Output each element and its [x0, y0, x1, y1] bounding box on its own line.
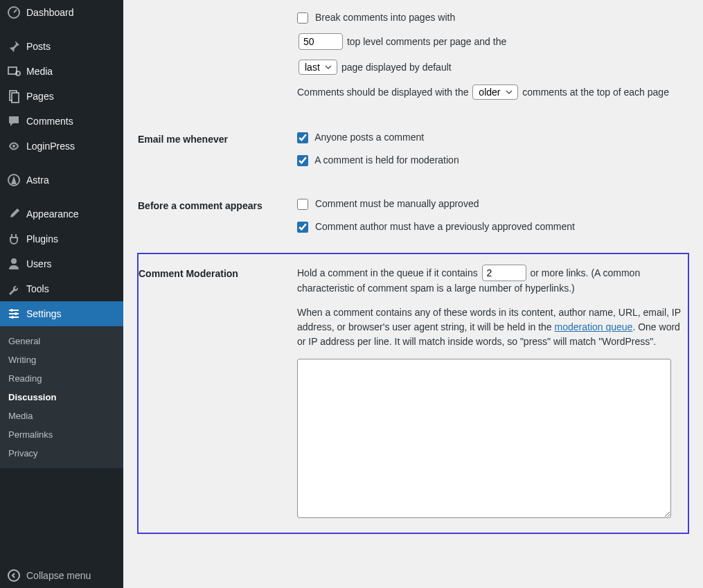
svg-point-2 — [16, 71, 20, 75]
sidebar-item-pages[interactable]: Pages — [0, 84, 123, 109]
settings-submenu: General Writing Reading Discussion Media… — [0, 326, 123, 468]
comments-icon — [7, 114, 21, 128]
pages-icon — [7, 89, 21, 103]
svg-rect-4 — [12, 93, 19, 103]
max-links-input[interactable] — [482, 265, 526, 281]
break-comments-checkbox[interactable] — [297, 12, 308, 24]
moderation-keys-textarea[interactable] — [297, 359, 671, 518]
sidebar-item-label: Comments — [26, 116, 73, 127]
sidebar-item-users[interactable]: Users — [0, 251, 123, 276]
sidebar-item-astra[interactable]: Astra — [0, 168, 123, 193]
svg-point-10 — [11, 316, 14, 319]
other-comment-settings-group: Break comments into pages with top level… — [290, 0, 688, 120]
sidebar-item-plugins[interactable]: Plugins — [0, 226, 123, 251]
email-anyone-posts-checkbox[interactable] — [297, 132, 308, 143]
sidebar-item-label: Pages — [26, 91, 54, 102]
admin-sidebar: Dashboard Posts Media Pages Comments Log… — [0, 0, 123, 588]
wrench-icon — [7, 282, 21, 296]
submenu-permalinks[interactable]: Permalinks — [0, 425, 123, 444]
default-page-select[interactable]: last — [299, 60, 337, 75]
default-page-suffix: page displayed by default — [341, 62, 452, 73]
sidebar-item-label: Media — [26, 66, 53, 77]
manually-approved-row: Comment must be manually approved — [297, 197, 682, 211]
media-icon — [7, 64, 21, 78]
sidebar-item-settings[interactable]: Settings — [0, 301, 123, 326]
moderation-links-row: Hold a comment in the queue if it contai… — [297, 265, 681, 296]
sidebar-item-tools[interactable]: Tools — [0, 276, 123, 301]
sidebar-item-label: Settings — [26, 308, 62, 319]
submenu-media[interactable]: Media — [0, 407, 123, 425]
break-comments-label: Break comments into pages with — [315, 12, 455, 23]
previously-approved-checkbox[interactable] — [297, 222, 308, 233]
dashboard-icon — [7, 6, 21, 19]
email-held-moderation-label: A comment is held for moderation — [314, 154, 459, 166]
manually-approved-label: Comment must be manually approved — [315, 198, 479, 209]
break-comments-row: Break comments into pages with — [297, 10, 682, 25]
plug-icon — [7, 232, 21, 246]
before-appears-heading: Before a comment appears — [138, 186, 290, 253]
collapse-label: Collapse menu — [26, 570, 91, 581]
sidebar-item-label: Astra — [26, 175, 49, 186]
submenu-writing[interactable]: Writing — [0, 350, 123, 369]
pin-icon — [7, 39, 21, 53]
hold-prefix: Hold a comment in the queue if it contai… — [297, 267, 478, 278]
sidebar-item-label: Users — [26, 258, 52, 269]
display-suffix: comments at the top of each page — [522, 87, 669, 98]
sidebar-item-label: LoginPress — [26, 141, 75, 152]
sidebar-item-label: Tools — [26, 283, 49, 294]
email-held-moderation-checkbox[interactable] — [297, 155, 308, 166]
loginpress-icon — [7, 139, 21, 153]
sidebar-item-label: Plugins — [26, 233, 58, 244]
email-me-heading: Email me whenever — [138, 120, 290, 186]
email-held-moderation-row: A comment is held for moderation — [297, 153, 682, 168]
sidebar-item-label: Appearance — [26, 208, 79, 220]
svg-point-7 — [11, 258, 17, 264]
user-icon — [7, 257, 21, 271]
sidebar-item-comments[interactable]: Comments — [0, 109, 123, 134]
sidebar-item-loginpress[interactable]: LoginPress — [0, 134, 123, 159]
sidebar-item-label: Dashboard — [26, 7, 74, 18]
sidebar-item-posts[interactable]: Posts — [0, 34, 123, 59]
manually-approved-checkbox[interactable] — [297, 199, 308, 210]
settings-content: Break comments into pages with top level… — [123, 0, 703, 588]
submenu-reading[interactable]: Reading — [0, 369, 123, 388]
brush-icon — [7, 207, 21, 221]
display-prefix: Comments should be displayed with the — [297, 87, 468, 98]
previously-approved-row: Comment author must have a previously ap… — [297, 220, 682, 234]
astra-icon — [7, 173, 21, 187]
previously-approved-label: Comment author must have a previously ap… — [315, 221, 575, 232]
sidebar-item-label: Posts — [26, 41, 51, 52]
svg-point-9 — [15, 312, 17, 315]
svg-point-11 — [8, 570, 19, 581]
collapse-menu-button[interactable]: Collapse menu — [0, 563, 123, 588]
comment-moderation-heading: Comment Moderation — [138, 253, 290, 533]
svg-point-8 — [10, 309, 13, 312]
email-anyone-posts-row: Anyone posts a comment — [297, 130, 682, 145]
sidebar-item-dashboard[interactable]: Dashboard — [0, 0, 123, 25]
collapse-icon — [7, 569, 21, 582]
per-page-suffix: top level comments per page and the — [347, 36, 506, 47]
sliders-icon — [7, 307, 21, 321]
submenu-general[interactable]: General — [0, 332, 123, 350]
submenu-discussion[interactable]: Discussion — [0, 388, 123, 407]
comments-per-page-input[interactable] — [299, 33, 343, 50]
sidebar-item-media[interactable]: Media — [0, 59, 123, 84]
moderation-queue-link[interactable]: moderation queue — [555, 321, 633, 332]
svg-point-5 — [12, 145, 15, 148]
submenu-privacy[interactable]: Privacy — [0, 444, 123, 463]
moderation-description: When a comment contains any of these wor… — [297, 305, 681, 349]
sidebar-item-appearance[interactable]: Appearance — [0, 202, 123, 226]
comment-order-select[interactable]: older — [472, 84, 518, 100]
email-anyone-posts-label: Anyone posts a comment — [314, 132, 424, 143]
